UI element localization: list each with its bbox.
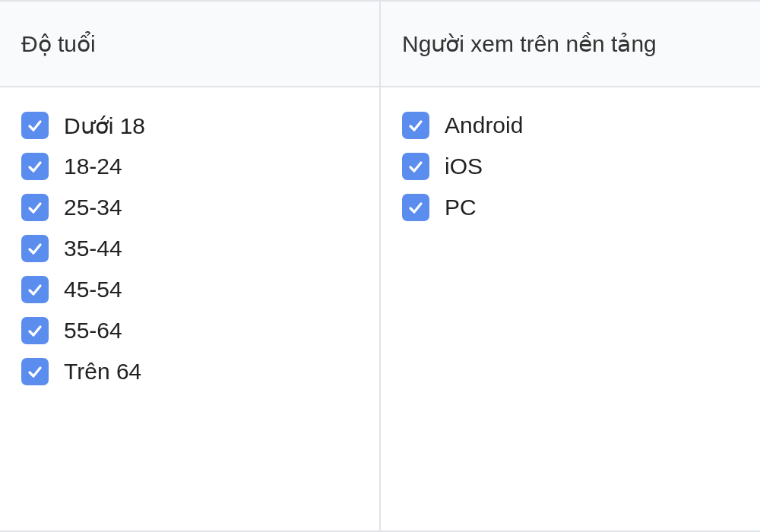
age-option-18-24[interactable]: 18-24 bbox=[21, 153, 358, 180]
checkbox-checked-icon[interactable] bbox=[402, 194, 429, 221]
checkbox-checked-icon[interactable] bbox=[21, 194, 49, 221]
platform-header: Người xem trên nền tảng bbox=[381, 2, 760, 87]
age-option-35-44[interactable]: 35-44 bbox=[21, 235, 358, 262]
age-option-label: 45-54 bbox=[64, 277, 122, 302]
checkbox-checked-icon[interactable] bbox=[21, 358, 49, 385]
platform-option-android[interactable]: Android bbox=[402, 112, 739, 139]
platform-header-label: Người xem trên nền tảng bbox=[402, 31, 657, 56]
age-option-label: Trên 64 bbox=[64, 359, 141, 385]
checkbox-checked-icon[interactable] bbox=[21, 317, 49, 344]
platform-option-ios[interactable]: iOS bbox=[402, 153, 739, 180]
platform-option-pc[interactable]: PC bbox=[402, 194, 739, 221]
checkbox-checked-icon[interactable] bbox=[21, 153, 49, 180]
checkbox-checked-icon[interactable] bbox=[21, 276, 49, 303]
checkbox-checked-icon[interactable] bbox=[402, 153, 429, 180]
age-option-25-34[interactable]: 25-34 bbox=[21, 194, 358, 221]
age-header: Độ tuổi bbox=[0, 2, 379, 87]
age-option-label: 18-24 bbox=[64, 154, 122, 179]
age-option-label: 35-44 bbox=[64, 236, 122, 261]
age-option-over-64[interactable]: Trên 64 bbox=[21, 358, 358, 385]
platform-option-label: iOS bbox=[445, 154, 483, 179]
age-header-label: Độ tuổi bbox=[21, 31, 96, 56]
platform-option-label: PC bbox=[445, 195, 477, 220]
age-option-label: 25-34 bbox=[64, 195, 122, 220]
age-options: Dưới 18 18-24 25-34 35-44 45-54 55-64 bbox=[0, 87, 379, 410]
age-option-label: 55-64 bbox=[64, 318, 122, 344]
filter-panel: Độ tuổi Dưới 18 18-24 25-34 35-44 45-54 bbox=[0, 0, 760, 532]
age-option-label: Dưới 18 bbox=[64, 112, 145, 139]
platform-option-label: Android bbox=[445, 112, 523, 138]
age-option-under-18[interactable]: Dưới 18 bbox=[21, 112, 358, 139]
platform-column: Người xem trên nền tảng Android iOS PC bbox=[381, 2, 760, 530]
platform-options: Android iOS PC bbox=[381, 87, 760, 245]
checkbox-checked-icon[interactable] bbox=[402, 112, 429, 139]
age-column: Độ tuổi Dưới 18 18-24 25-34 35-44 45-54 bbox=[0, 2, 381, 530]
age-option-55-64[interactable]: 55-64 bbox=[21, 317, 358, 344]
age-option-45-54[interactable]: 45-54 bbox=[21, 276, 358, 303]
checkbox-checked-icon[interactable] bbox=[21, 112, 49, 139]
checkbox-checked-icon[interactable] bbox=[21, 235, 49, 262]
